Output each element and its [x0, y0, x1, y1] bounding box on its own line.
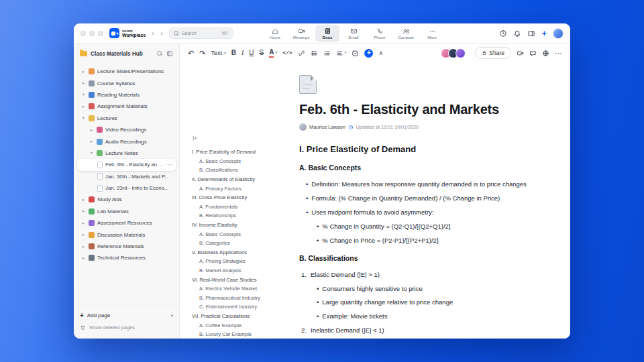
sidebar-item[interactable]: ▾Reading Materials [77, 89, 176, 101]
bell-icon[interactable] [513, 29, 521, 38]
sidebar-item[interactable]: ▸Technical Resources [77, 252, 176, 263]
sidebar-search-icon[interactable] [157, 51, 162, 56]
outline-item[interactable]: A. Coffee Example [192, 320, 279, 330]
collaborator-avatar[interactable] [455, 48, 466, 58]
sidebar-item[interactable]: Jan. 23rd - Intro to Econo... [77, 182, 176, 194]
chevron-right-icon[interactable]: ▸ [81, 221, 86, 226]
show-deleted-button[interactable]: Show deleted pages [80, 322, 173, 333]
chevron-down-icon[interactable]: ▾ [171, 313, 173, 318]
chevron-down-icon[interactable]: ▾ [81, 115, 86, 121]
outline-item[interactable]: A. Electric Vehicle Market [192, 284, 279, 294]
underline-button[interactable]: U [249, 50, 254, 56]
tab-phone[interactable]: Phone [368, 25, 392, 42]
tab-meetings[interactable]: Meetings [289, 25, 313, 42]
insert-button[interactable]: + [364, 49, 373, 58]
outline-item[interactable]: A. Basic Concepts [192, 157, 279, 166]
window-controls[interactable] [80, 31, 103, 36]
chevron-right-icon[interactable]: ▸ [89, 127, 94, 133]
outline-item[interactable]: VI. Real-World Case Studies [192, 275, 279, 284]
outline-item[interactable]: V. Business Applications [192, 248, 279, 257]
sidebar-item[interactable]: ▸Assessment Resources [77, 217, 176, 229]
chevron-right-icon[interactable]: ▸ [81, 69, 86, 74]
chevron-down-icon[interactable]: ▾ [81, 92, 86, 97]
sidebar-item[interactable]: ▸Discussion Materials [77, 229, 176, 240]
outline-item[interactable]: A. Basic Concepts [192, 229, 279, 239]
bold-button[interactable]: B [231, 50, 236, 56]
chevron-right-icon[interactable]: ▸ [81, 104, 86, 109]
outline-item[interactable]: C. Entertainment Industry [192, 302, 279, 312]
outline-item[interactable]: B. Classifications [192, 166, 279, 175]
numbered-list-button[interactable] [323, 50, 331, 57]
document-body[interactable]: I. Price Elasticity of DemandA. Basic Co… [299, 144, 547, 335]
sidebar-item[interactable]: ▸Lecture Slides/Presentations [77, 66, 176, 77]
chevron-down-icon[interactable]: ▾ [89, 150, 94, 156]
more-icon[interactable]: ⋯ [167, 162, 176, 168]
chevron-right-icon[interactable]: ▸ [81, 80, 86, 86]
sidebar-item[interactable]: ▸Study Aids [77, 194, 176, 205]
sidebar-item[interactable]: ▾Lecture Notes [77, 147, 176, 159]
language-button[interactable] [542, 50, 549, 57]
chevron-right-icon[interactable]: ▸ [81, 197, 86, 202]
checklist-button[interactable] [352, 50, 359, 57]
tab-docs[interactable]: Docs [315, 25, 339, 42]
bulleted-list-button[interactable] [311, 50, 318, 57]
align-button[interactable]: ▾ [336, 50, 347, 57]
start-video-button[interactable] [517, 50, 524, 57]
more-options-button[interactable]: ⋯ [555, 50, 562, 57]
clock-icon[interactable] [499, 29, 507, 38]
outline-item[interactable]: VII. Practical Calculations [192, 312, 279, 321]
tab-more[interactable]: More [420, 25, 444, 42]
strikethrough-button[interactable]: S [260, 50, 264, 56]
sidebar-item[interactable]: ▸Video Recordings [77, 124, 176, 135]
nav-back-button[interactable]: ‹ [152, 29, 154, 37]
outline-item[interactable]: B. Luxury Car Example [192, 330, 279, 339]
panel-layout-icon[interactable] [527, 29, 535, 38]
tab-email[interactable]: Email [341, 25, 366, 42]
minimize-window-button[interactable] [89, 31, 95, 36]
chevron-right-icon[interactable]: ▸ [81, 244, 86, 249]
chevron-right-icon[interactable]: ▸ [81, 232, 86, 237]
collapse-sidebar-icon[interactable] [166, 50, 173, 57]
outline-item[interactable]: B. Relationships [192, 211, 279, 221]
text-style-dropdown[interactable]: Text ▾ [211, 50, 225, 56]
undo-button[interactable]: ↶ [188, 50, 194, 57]
add-page-button[interactable]: + Add page ▾ [80, 310, 173, 320]
chevron-right-icon[interactable]: ▸ [89, 139, 94, 144]
sidebar-item[interactable]: ▸Audio Recordings [77, 135, 176, 147]
document-page[interactable]: Feb. 6th - Elasticity and Markets Mauric… [282, 62, 570, 339]
outline-item[interactable]: B. Categories [192, 239, 279, 248]
outline-item[interactable]: II. Determinants of Elasticity [192, 175, 279, 184]
italic-button[interactable]: I [241, 50, 244, 56]
sidebar-item[interactable]: ▸Lab Materials [77, 206, 176, 217]
chevron-right-icon[interactable]: ▸ [81, 208, 86, 214]
profile-avatar[interactable] [553, 28, 564, 39]
sidebar-item[interactable]: ▸Assignment Materials [77, 101, 176, 112]
share-button[interactable]: Share [475, 47, 511, 59]
outline-item[interactable]: A. Pricing Strategies [192, 257, 279, 266]
sidebar-item[interactable]: Jan. 30th - Markets and P... [77, 171, 176, 182]
outline-item[interactable]: B. Pharmaceutical Industry [192, 294, 279, 303]
new-item-button[interactable]: + [541, 29, 547, 38]
outline-item[interactable]: A. Fundamentals [192, 202, 279, 212]
collapse-toolbar-button[interactable]: ∧ [378, 50, 383, 56]
zoom-window-button[interactable] [98, 31, 103, 36]
close-window-button[interactable] [80, 31, 86, 36]
sidebar-item[interactable]: ▸Reference Materials [77, 241, 176, 252]
text-color-button[interactable]: A ▾ [269, 49, 277, 58]
collapse-outline-icon[interactable] [192, 132, 279, 144]
tab-home[interactable]: Home [263, 25, 287, 42]
outline-item[interactable]: B. Market Analysis [192, 266, 279, 276]
link-button[interactable] [298, 50, 305, 57]
sidebar-item[interactable]: ▾Lectures [77, 113, 176, 124]
document-title[interactable]: Feb. 6th - Elasticity and Markets [299, 102, 547, 117]
global-search-input[interactable]: Search ⌘F [169, 27, 233, 39]
collaborator-avatars[interactable] [441, 48, 466, 58]
code-button[interactable]: </> [282, 50, 292, 56]
outline-item[interactable]: A. Primary Factors [192, 184, 279, 193]
outline-item[interactable]: III. Cross-Price Elasticity [192, 193, 279, 202]
outline-item[interactable]: I. Price Elasticity of Demand [192, 147, 279, 157]
chevron-right-icon[interactable]: ▸ [81, 255, 86, 261]
sidebar-item[interactable]: Feb. 6th - Elasticity and M...⋯ [77, 159, 176, 170]
redo-button[interactable]: ↷ [199, 50, 205, 57]
tab-contacts[interactable]: Contacts [394, 25, 418, 42]
